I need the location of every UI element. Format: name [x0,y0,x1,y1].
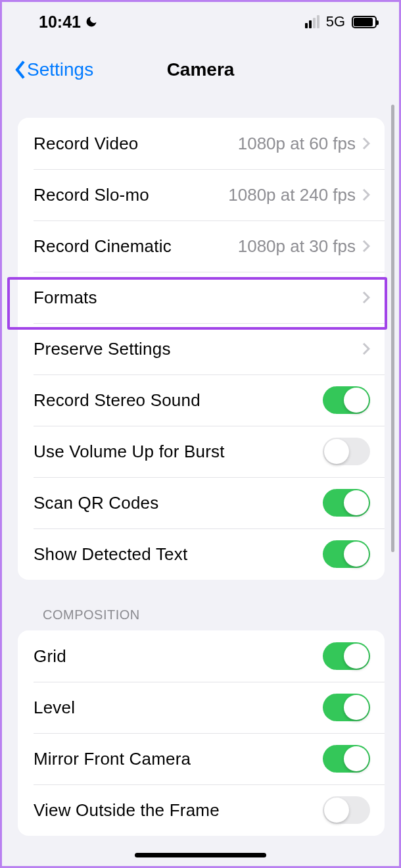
status-bar: 10:41 5G [2,2,399,41]
chevron-right-icon [362,137,370,150]
row-label: Record Slo-mo [34,185,228,205]
toggle-level[interactable] [323,694,370,721]
do-not-disturb-moon-icon [85,15,98,28]
row-label: View Outside the Frame [34,800,323,821]
back-label: Settings [27,59,93,80]
row-label: Show Detected Text [34,544,323,565]
row-label: Record Video [34,134,238,154]
toggle-mirror-front-camera[interactable] [323,745,370,773]
toggle-grid[interactable] [323,642,370,670]
network-type: 5G [326,13,345,30]
settings-group-main: Record Video 1080p at 60 fps Record Slo-… [18,118,385,580]
battery-icon [352,16,377,28]
chevron-right-icon [362,291,370,304]
row-label: Use Volume Up for Burst [34,442,323,462]
back-button[interactable]: Settings [14,59,93,80]
section-header-composition: COMPOSITION [18,580,385,630]
row-level: Level [18,682,385,733]
settings-group-composition: Grid Level Mirror Front Camera View Outs… [18,630,385,836]
row-label: Mirror Front Camera [34,749,323,769]
row-value: 1080p at 240 fps [228,185,356,205]
row-view-outside-the-frame: View Outside the Frame [18,784,385,836]
row-show-detected-text: Show Detected Text [18,528,385,580]
chevron-right-icon [362,188,370,201]
row-record-stereo-sound: Record Stereo Sound [18,374,385,426]
row-label: Grid [34,646,323,667]
row-record-cinematic[interactable]: Record Cinematic 1080p at 30 fps [18,220,385,272]
row-record-slo-mo[interactable]: Record Slo-mo 1080p at 240 fps [18,169,385,220]
scroll-indicator[interactable] [391,105,394,552]
row-record-video[interactable]: Record Video 1080p at 60 fps [18,118,385,169]
row-label: Record Stereo Sound [34,390,323,411]
row-use-volume-up-for-burst: Use Volume Up for Burst [18,426,385,477]
toggle-scan-qr-codes[interactable] [323,489,370,517]
home-indicator[interactable] [135,853,266,857]
chevron-right-icon [362,342,370,355]
toggle-show-detected-text[interactable] [323,540,370,568]
row-formats[interactable]: Formats [18,272,385,323]
row-value: 1080p at 30 fps [238,236,356,257]
chevron-left-icon [14,60,27,80]
toggle-use-volume-up-for-burst[interactable] [323,438,370,465]
row-label: Preserve Settings [34,339,362,359]
row-value: 1080p at 60 fps [238,134,356,154]
status-time: 10:41 [39,13,81,32]
row-label: Scan QR Codes [34,493,323,513]
row-preserve-settings[interactable]: Preserve Settings [18,323,385,374]
navigation-bar: Settings Camera [2,41,399,98]
cellular-signal-icon [305,15,319,28]
row-scan-qr-codes: Scan QR Codes [18,477,385,528]
row-grid: Grid [18,630,385,682]
row-label: Level [34,698,323,718]
toggle-view-outside-the-frame[interactable] [323,796,370,824]
row-label: Record Cinematic [34,236,238,257]
toggle-record-stereo-sound[interactable] [323,386,370,414]
row-mirror-front-camera: Mirror Front Camera [18,733,385,784]
row-label: Formats [34,288,362,308]
chevron-right-icon [362,240,370,253]
